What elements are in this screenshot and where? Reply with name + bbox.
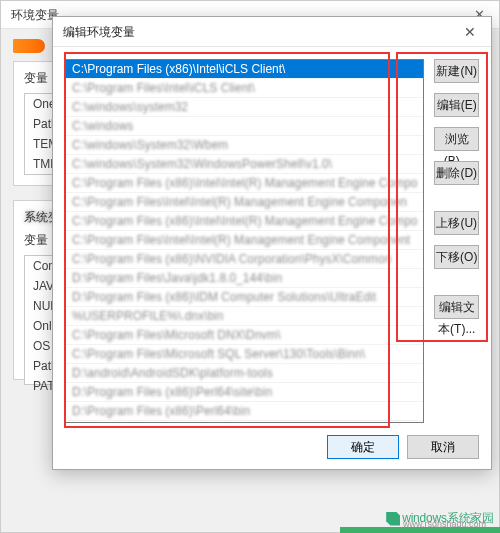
new-button[interactable]: 新建(N)	[434, 59, 479, 83]
close-icon[interactable]: ✕	[449, 17, 491, 47]
list-item[interactable]: C:\windows\System32\Wbem	[66, 136, 423, 155]
list-item[interactable]: D:\android\AndroidSDK\platform-tools	[66, 364, 423, 383]
movedown-button[interactable]: 下移(O)	[434, 245, 479, 269]
cancel-button[interactable]: 取消	[407, 435, 479, 459]
list-item[interactable]: C:\Program Files\Microsoft SQL Server\13…	[66, 345, 423, 364]
path-list[interactable]: C:\Program Files (x86)\Intel\iCLS Client…	[65, 59, 424, 423]
list-item[interactable]: C:\Program Files\Intel\Intel(R) Manageme…	[66, 193, 423, 212]
spacer	[434, 279, 479, 285]
accent-swoosh	[13, 39, 45, 53]
list-item[interactable]: C:\windows\System32\WindowsPowerShell\v1…	[66, 155, 423, 174]
button-column: 新建(N) 编辑(E) 浏览(B)... 删除(D) 上移(U) 下移(O) 编…	[434, 59, 479, 423]
list-item[interactable]: C:\Program Files (x86)\Intel\iCLS Client…	[66, 60, 423, 79]
browse-button[interactable]: 浏览(B)...	[434, 127, 479, 151]
delete-button[interactable]: 删除(D)	[434, 161, 479, 185]
list-item[interactable]: C:\Program Files (x86)\Intel\Intel(R) Ma…	[66, 212, 423, 231]
spacer	[434, 195, 479, 201]
dialog-title-text: 编辑环境变量	[63, 25, 135, 39]
list-item[interactable]: D:\Program Files (x86)\IDM Computer Solu…	[66, 288, 423, 307]
list-item[interactable]: C:\Program Files (x86)\NVIDIA Corporatio…	[66, 250, 423, 269]
list-item[interactable]: D:\Program Files\Java\jdk1.8.0_144\bin	[66, 269, 423, 288]
watermark: windows系统家园 www.rsdnshadu.com	[386, 510, 494, 527]
dialog-footer: 确定 取消	[327, 435, 479, 459]
list-item[interactable]: D:\Program Files (x86)\Perl64\site\bin	[66, 383, 423, 402]
dialog-body: C:\Program Files (x86)\Intel\iCLS Client…	[53, 47, 491, 431]
watermark-flag-icon	[386, 512, 400, 526]
list-item[interactable]: C:\windows	[66, 117, 423, 136]
list-item[interactable]: D:\Program Files (x86)\Perl64\bin	[66, 402, 423, 421]
watermark-url: www.rsdnshadu.com	[403, 519, 486, 529]
dialog-title-bar: 编辑环境变量	[53, 17, 491, 47]
moveup-button[interactable]: 上移(U)	[434, 211, 479, 235]
list-item[interactable]: C:\Program Files\Microsoft DNX\Dnvm\	[66, 326, 423, 345]
list-item[interactable]: C:\Program Files\Intel\Intel(R) Manageme…	[66, 231, 423, 250]
list-column: C:\Program Files (x86)\Intel\iCLS Client…	[65, 59, 424, 423]
list-item[interactable]: C:\Program Files\Intel\iCLS Client\	[66, 79, 423, 98]
ok-button[interactable]: 确定	[327, 435, 399, 459]
edit-env-dialog: 编辑环境变量 ✕ C:\Program Files (x86)\Intel\iC…	[52, 16, 492, 470]
edit-button[interactable]: 编辑(E)	[434, 93, 479, 117]
list-item[interactable]: C:\windows\system32	[66, 98, 423, 117]
list-item[interactable]: %USERPROFILE%\.dnx\bin	[66, 307, 423, 326]
list-item[interactable]: C:\Program Files (x86)\Intel\Intel(R) Ma…	[66, 174, 423, 193]
edittext-button[interactable]: 编辑文本(T)...	[434, 295, 479, 319]
